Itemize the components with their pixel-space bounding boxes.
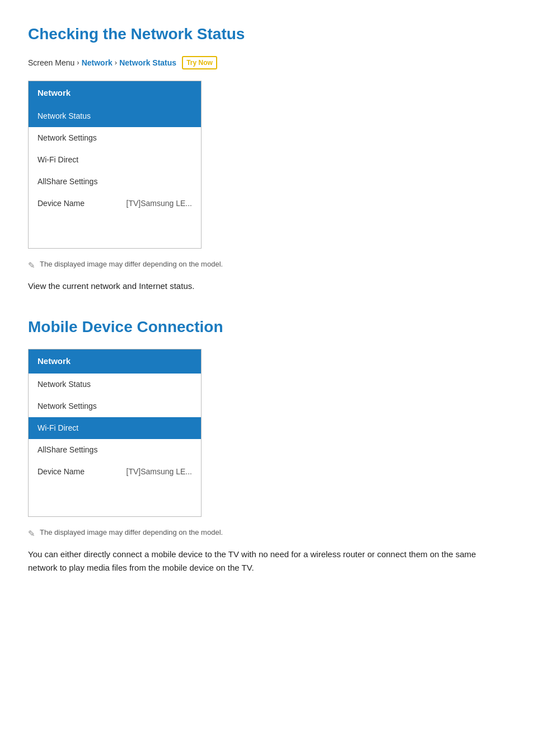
menu-item-wifi-direct-1[interactable]: Wi-Fi Direct [29,149,201,171]
menu-item-label: Device Name [38,466,85,478]
menu-item-label: Device Name [38,198,85,209]
menu-item-label: Wi-Fi Direct [38,422,78,434]
section2-title: Mobile Device Connection [28,315,506,339]
menu-item-label: AllShare Settings [38,444,97,456]
breadcrumb-section1: Screen Menu › Network › Network Status T… [28,56,506,69]
section1-title: Checking the Network Status [28,22,506,46]
menu-item-label: Network Settings [38,132,97,144]
network-menu-section1: Network Network Status Network Settings … [28,81,202,249]
note-text-section2: The displayed image may differ depending… [40,527,223,538]
menu-item-allshare-2[interactable]: AllShare Settings [29,439,201,461]
menu-item-allshare-1[interactable]: AllShare Settings [29,171,201,193]
menu-item-network-status-1[interactable]: Network Status [29,105,201,127]
body-text-section1: View the current network and Internet st… [28,279,506,293]
menu-item-label: Network Status [38,379,91,390]
menu-empty-space-2 [29,483,201,516]
menu-item-wifi-direct-2[interactable]: Wi-Fi Direct [29,417,201,439]
menu-item-label: AllShare Settings [38,176,97,188]
menu-item-device-name-2[interactable]: Device Name [TV]Samsung LE... [29,461,201,483]
menu-header-section2: Network [29,349,201,374]
menu-item-network-status-2[interactable]: Network Status [29,374,201,395]
pencil-icon: ✎ [28,259,35,272]
menu-empty-space-1 [29,214,201,248]
menu-item-label: Wi-Fi Direct [38,154,78,166]
menu-item-network-settings-2[interactable]: Network Settings [29,395,201,417]
menu-header-section1: Network [29,81,201,105]
menu-item-network-settings-1[interactable]: Network Settings [29,127,201,149]
breadcrumb-network[interactable]: Network [82,57,113,69]
menu-item-device-name-1[interactable]: Device Name [TV]Samsung LE... [29,193,201,214]
note-text-section1: The displayed image may differ depending… [40,259,223,270]
breadcrumb-sep2: › [115,57,117,68]
breadcrumb-screen-menu: Screen Menu [28,57,74,69]
pencil-icon-2: ✎ [28,528,35,540]
menu-item-label: Network Settings [38,400,97,412]
menu-item-value: [TV]Samsung LE... [127,466,193,478]
menu-item-label: Network Status [38,110,91,122]
breadcrumb-sep1: › [77,57,79,68]
try-now-badge[interactable]: Try Now [182,56,217,69]
note-section2: ✎ The displayed image may differ dependi… [28,527,506,540]
note-section1: ✎ The displayed image may differ dependi… [28,259,506,272]
breadcrumb-network-status[interactable]: Network Status [119,57,176,69]
menu-item-value: [TV]Samsung LE... [127,198,193,209]
body-text-section2: You can either directly connect a mobile… [28,548,506,575]
network-menu-section2: Network Network Status Network Settings … [28,349,202,517]
